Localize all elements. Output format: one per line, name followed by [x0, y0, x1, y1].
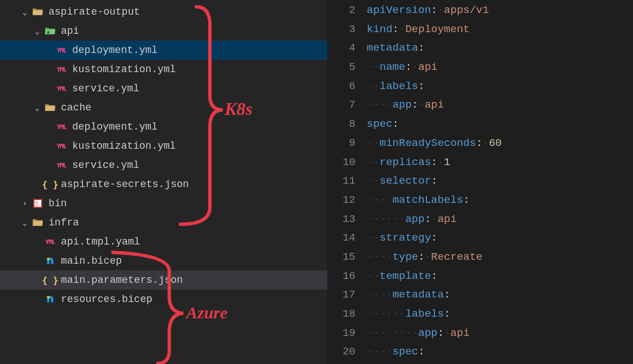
- code-line[interactable]: ······labels:: [367, 305, 633, 324]
- code-line[interactable]: ··labels:: [367, 77, 633, 96]
- yaml-icon: YML: [54, 66, 69, 73]
- code-content[interactable]: apiVersion:·apps/v1kind:·Deploymentmetad…: [367, 1, 633, 364]
- line-number: 5: [327, 58, 355, 77]
- yaml-icon: YML: [43, 238, 58, 246]
- folder-label: cache: [61, 102, 91, 113]
- folder-label: bin: [49, 198, 67, 209]
- yaml-icon: YML: [54, 47, 69, 54]
- chevron-right-icon: ›: [20, 199, 29, 208]
- code-line[interactable]: spec:: [367, 115, 633, 134]
- file-api-service[interactable]: YML service.yml: [0, 79, 327, 98]
- line-number: 12: [327, 191, 355, 210]
- code-line[interactable]: apiVersion:·apps/v1: [367, 1, 633, 20]
- file-label: kustomization.yml: [72, 64, 176, 75]
- folder-label: api: [61, 25, 79, 37]
- svg-point-5: [47, 258, 50, 260]
- folder-open-icon: [30, 7, 45, 16]
- yaml-icon: YML: [54, 143, 69, 150]
- folder-open-icon: [43, 26, 58, 35]
- chevron-down-icon: ⌄: [33, 26, 42, 36]
- folder-open-icon: [30, 218, 45, 227]
- chevron-down-icon: ⌄: [33, 103, 42, 113]
- line-number: 2: [327, 1, 355, 20]
- bicep-icon: [43, 294, 58, 304]
- file-main-parameters[interactable]: { } main.parameters.json: [0, 270, 327, 290]
- line-number: 6: [327, 77, 355, 96]
- file-label: deployment.yml: [72, 45, 157, 56]
- yaml-icon: YML: [54, 123, 69, 131]
- svg-point-6: [47, 296, 50, 299]
- code-line[interactable]: ····app:·api: [367, 96, 633, 115]
- file-label: deployment.yml: [72, 121, 157, 132]
- line-number: 10: [327, 153, 355, 172]
- json-icon: { }: [43, 275, 58, 286]
- folder-api[interactable]: ⌄ api: [0, 21, 327, 41]
- line-number: 7: [327, 96, 355, 115]
- file-main-bicep[interactable]: main.bicep: [0, 251, 327, 270]
- yaml-icon: YML: [54, 85, 69, 92]
- code-line[interactable]: ········app:·api: [367, 324, 633, 343]
- folder-label: aspirate-output: [49, 6, 140, 17]
- file-cache-kustomization[interactable]: YML kustomization.yml: [0, 136, 327, 156]
- code-line[interactable]: metadata:: [367, 39, 633, 58]
- code-line[interactable]: ····spec:: [367, 343, 633, 362]
- svg-point-0: [47, 31, 50, 34]
- file-label: resources.bicep: [61, 294, 152, 305]
- code-line[interactable]: ····matchLabels:: [367, 191, 633, 210]
- code-line[interactable]: ··name:·api: [367, 58, 633, 77]
- folder-cache[interactable]: ⌄ cache: [0, 98, 327, 117]
- file-label: main.bicep: [61, 255, 122, 267]
- file-explorer: ⌄ aspirate-output ⌄ api YML deployment.y…: [0, 0, 327, 364]
- code-line[interactable]: ··selector:: [367, 172, 633, 191]
- file-api-tmpl[interactable]: YML api.tmpl.yaml: [0, 232, 327, 251]
- file-label: api.tmpl.yaml: [61, 236, 140, 247]
- line-number: 11: [327, 172, 355, 191]
- folder-infra[interactable]: ⌄ infra: [0, 213, 327, 232]
- chevron-down-icon: ⌄: [20, 218, 29, 228]
- code-editor[interactable]: 234567891011121314151617181920 apiVersio…: [327, 0, 633, 364]
- code-line[interactable]: ··template:: [367, 267, 633, 286]
- line-number: 3: [327, 20, 355, 39]
- line-number: 14: [327, 229, 355, 248]
- code-line[interactable]: ······app:·api: [367, 210, 633, 229]
- code-line[interactable]: kind:·Deployment: [367, 20, 633, 39]
- line-number: 4: [327, 39, 355, 58]
- file-cache-service[interactable]: YML service.yml: [0, 156, 327, 175]
- line-number: 9: [327, 134, 355, 153]
- file-cache-deployment[interactable]: YML deployment.yml: [0, 117, 327, 136]
- file-aspirate-secrets[interactable]: { } aspirate-secrets.json: [0, 175, 327, 194]
- code-line[interactable]: ····type:·Recreate: [367, 248, 633, 267]
- chevron-down-icon: ⌄: [20, 7, 29, 17]
- line-number-gutter: 234567891011121314151617181920: [327, 1, 367, 364]
- svg-text:10: 10: [35, 204, 38, 207]
- line-number: 17: [327, 286, 355, 305]
- file-api-deployment[interactable]: YML deployment.yml: [0, 41, 327, 60]
- line-number: 18: [327, 305, 355, 324]
- json-icon: { }: [43, 179, 58, 190]
- folder-label: infra: [49, 217, 79, 228]
- file-label: kustomization.yml: [72, 140, 176, 152]
- line-number: 13: [327, 210, 355, 229]
- code-line[interactable]: ····metadata:: [367, 286, 633, 305]
- line-number: 16: [327, 267, 355, 286]
- file-api-kustomization[interactable]: YML kustomization.yml: [0, 60, 327, 79]
- folder-aspirate-output[interactable]: ⌄ aspirate-output: [0, 2, 327, 21]
- line-number: 8: [327, 115, 355, 134]
- binary-icon: 0110: [30, 199, 45, 208]
- bicep-icon: [43, 256, 58, 266]
- file-label: service.yml: [72, 83, 139, 94]
- code-line[interactable]: ··strategy:: [367, 229, 633, 248]
- folder-bin[interactable]: › 0110 bin: [0, 194, 327, 213]
- line-number: 20: [327, 343, 355, 362]
- file-label: aspirate-secrets.json: [61, 179, 189, 190]
- file-label: main.parameters.json: [61, 274, 183, 286]
- line-number: 19: [327, 324, 355, 343]
- code-line[interactable]: ··minReadySeconds:·60: [367, 134, 633, 153]
- line-number: 15: [327, 248, 355, 267]
- code-line[interactable]: ··replicas:·1: [367, 153, 633, 172]
- file-label: service.yml: [72, 159, 139, 171]
- file-resources-bicep[interactable]: resources.bicep: [0, 290, 327, 309]
- folder-open-icon: [43, 103, 58, 112]
- yaml-icon: YML: [54, 162, 69, 169]
